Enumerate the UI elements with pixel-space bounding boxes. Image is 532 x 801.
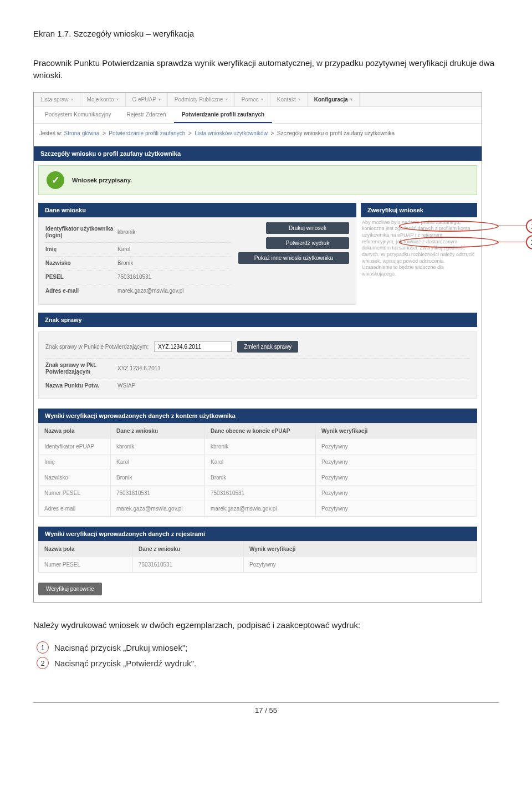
- doc-title: Ekran 1.7. Szczegóły wniosku – weryfikac…: [33, 28, 499, 40]
- step-text-2: Nacisnąć przycisk „Potwierdź wydruk".: [54, 659, 196, 668]
- nav-konfiguracja[interactable]: Konfiguracja▾: [308, 93, 360, 106]
- crumb-lista[interactable]: Lista wniosków użytkowników: [195, 130, 268, 136]
- value-email: marek.gaza@mswia.gov.pl: [117, 288, 232, 294]
- value-imie: Karol: [117, 246, 232, 252]
- znak-input[interactable]: [154, 341, 232, 352]
- value-nazwa-punktu: WSIAP: [117, 382, 470, 389]
- nav-podmioty[interactable]: Podmioty Publiczne▾: [168, 93, 235, 106]
- nav-o-epuap[interactable]: O ePUAP▾: [126, 93, 168, 106]
- value-znak-pkt: XYZ.1234.6.2011: [117, 365, 470, 371]
- crumb-potwierdzanie[interactable]: Potwierdzanie profili zaufanych: [109, 130, 185, 136]
- section-title-wyniki1: Wyniki weryfikacji wprowadzonych danych …: [38, 409, 477, 423]
- nav-moje-konto[interactable]: Moje konto▾: [80, 93, 126, 106]
- subnav-potwierdzanie[interactable]: Potwierdzanie profili zaufanych: [174, 107, 272, 123]
- table-row: ImięKarolKarolPozytywny: [39, 454, 477, 470]
- callout-number-1: 1: [526, 219, 532, 233]
- th-dane-epuap: Dane obecne w koncie ePUAP: [205, 424, 316, 438]
- step-number-1: 1: [37, 641, 49, 654]
- section-title-zweryfikuj: Zweryfikuj wniosek: [361, 203, 477, 217]
- callout-2: 2: [399, 235, 532, 249]
- crumb-home[interactable]: Strona główna: [64, 130, 99, 136]
- chevron-down-icon: ▾: [298, 97, 300, 102]
- subnav-rejestr[interactable]: Rejestr Zdarzeń: [119, 107, 174, 123]
- value-nazwisko: Bronik: [117, 260, 232, 266]
- value-login: kbronik: [117, 229, 232, 235]
- pokaz-inne-button[interactable]: Pokaż inne wnioski użytkownika: [238, 252, 349, 264]
- breadcrumb: Jesteś w: Strona główna > Potwierdzanie …: [34, 124, 482, 143]
- table-row: NazwiskoBronikBronikPozytywny: [39, 470, 477, 485]
- checkmark-icon: ✓: [47, 171, 64, 189]
- app-screenshot: Lista spraw▾ Moje konto▾ O ePUAP▾ Podmio…: [33, 92, 482, 603]
- table-row: Numer PESEL75031610531Pozytywny: [39, 557, 477, 572]
- doc-intro: Pracownik Punktu Potwierdzania sprawdza …: [33, 57, 499, 82]
- verification-table-1: Nazwa pola Dane z wniosku Dane obecne w …: [38, 423, 477, 517]
- label-email: Adres e-mail: [45, 288, 117, 294]
- label-pesel: PESEL: [45, 274, 117, 280]
- form-dane-wniosku: Identyfikator użytkownika (login)kbronik…: [38, 217, 356, 305]
- step-number-2: 2: [37, 657, 49, 669]
- step-text-1: Nacisnąć przycisk „Drukuj wniosek";: [54, 643, 187, 652]
- nav-lista-spraw[interactable]: Lista spraw▾: [34, 93, 80, 106]
- th-wynik: Wynik weryfikacji: [316, 424, 477, 438]
- th-dane-wniosku: Dane z wniosku: [111, 424, 205, 438]
- potwierdz-wydruk-button[interactable]: Potwierdź wydruk: [266, 237, 349, 249]
- crumb-current: Szczegóły wniosku o profil zaufany użytk…: [277, 130, 395, 136]
- th2-nazwa-pola: Nazwa pola: [39, 542, 133, 557]
- th2-dane-wniosku: Dane z wniosku: [133, 542, 244, 557]
- top-nav: Lista spraw▾ Moje konto▾ O ePUAP▾ Podmio…: [34, 93, 482, 107]
- section-title-znak: Znak sprawy: [38, 313, 477, 327]
- th2-wynik: Wynik weryfikacji: [244, 542, 477, 557]
- label-znak-pkt: Znak sprawy w Pkt. Potwierdzającym: [45, 362, 117, 375]
- page-footer: 17 / 55: [33, 702, 499, 715]
- table-row: Adres e-mailmarek.gaza@mswia.gov.plmarek…: [39, 501, 477, 516]
- verification-table-2: Nazwa pola Dane z wniosku Wynik weryfika…: [38, 541, 477, 573]
- table-row: Identyfikator ePUAPkbronikkbronikPozytyw…: [39, 438, 477, 454]
- subnav-podsystem[interactable]: Podsystem Komunikacyjny: [37, 107, 119, 123]
- zmien-znak-button[interactable]: Zmień znak sprawy: [237, 341, 298, 353]
- chevron-down-icon: ▾: [158, 97, 161, 102]
- chevron-down-icon: ▾: [71, 97, 73, 102]
- nav-kontakt[interactable]: Kontakt▾: [270, 93, 308, 106]
- callout-number-2: 2: [526, 235, 532, 249]
- callout-1: 1: [399, 219, 532, 233]
- nav-pomoc[interactable]: Pomoc▾: [235, 93, 270, 106]
- drukuj-wniosek-button[interactable]: Drukuj wniosek: [266, 222, 349, 234]
- chevron-down-icon: ▾: [350, 97, 352, 102]
- instruction-list: 1Nacisnąć przycisk „Drukuj wniosek"; 2Na…: [37, 641, 499, 669]
- weryfikuj-ponownie-button[interactable]: Weryfikuj ponownie: [38, 583, 102, 595]
- value-pesel: 75031610531: [117, 274, 232, 280]
- label-login: Identyfikator użytkownika (login): [45, 226, 117, 239]
- chevron-down-icon: ▾: [226, 97, 228, 102]
- znak-label: Znak sprawy w Punkcie Potwierdzającym:: [45, 344, 149, 350]
- section-title-wyniki2: Wyniki weryfikacji wprowadzonych danych …: [38, 527, 477, 541]
- chevron-down-icon: ▾: [261, 97, 263, 102]
- doc-outro: Należy wydrukować wniosek w dwóch egzemp…: [33, 619, 499, 632]
- label-imie: Imię: [45, 246, 117, 253]
- success-message: ✓ Wniosek przypisany.: [38, 165, 477, 195]
- sub-nav: Podsystem Komunikacyjny Rejestr Zdarzeń …: [34, 107, 482, 124]
- th-nazwa-pola: Nazwa pola: [39, 424, 111, 438]
- section-title-dane: Dane wniosku: [38, 203, 356, 217]
- section-title-main: Szczegóły wniosku o profil zaufany użytk…: [34, 146, 482, 161]
- table-row: Numer PESEL7503161053175031610531Pozytyw…: [39, 485, 477, 501]
- znak-sprawy-panel: Znak sprawy w Punkcie Potwierdzającym: Z…: [38, 331, 477, 399]
- label-nazwa-punktu: Nazwa Punktu Potw.: [45, 382, 117, 389]
- chevron-down-icon: ▾: [116, 97, 119, 102]
- label-nazwisko: Nazwisko: [45, 260, 117, 267]
